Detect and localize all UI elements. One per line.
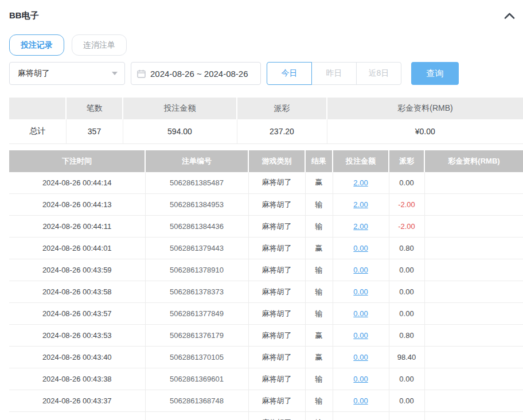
jackpot-cell: [424, 368, 523, 390]
payout-cell: 0.00: [389, 172, 424, 194]
jackpot-cell: [424, 194, 523, 216]
search-button[interactable]: 查询: [411, 62, 459, 85]
result-cell: 输: [305, 390, 333, 412]
game-type-cell: 麻将胡了: [248, 303, 305, 325]
bet-id-cell: 5062861368241: [145, 412, 248, 420]
bet-amount-link[interactable]: 0.00: [353, 375, 368, 383]
game-type-cell: 麻将胡了: [248, 194, 305, 216]
bet-time-cell: 2024-08-26 00:44:14: [9, 172, 145, 194]
bet-amount-link[interactable]: 2.00: [353, 222, 368, 231]
payout-cell: 98.40: [389, 347, 424, 368]
payout-cell: 0.80: [389, 325, 424, 347]
result-cell: 输: [305, 281, 333, 303]
tab-label: 连消注单: [83, 40, 115, 50]
record-row: 2024-08-26 00:44:135062861384953麻将胡了输2.0…: [9, 194, 523, 216]
records-header-cell: 注单编号: [145, 150, 248, 172]
summary-total-row: 总计357594.00237.20¥0.00: [9, 119, 523, 143]
bet-amount-cell: 0.00: [333, 259, 389, 281]
jackpot-cell: [424, 412, 523, 420]
bet-id-cell: 5062861379443: [145, 238, 248, 259]
tab-cancelled-bets[interactable]: 连消注单: [72, 34, 127, 56]
record-row: 2024-08-26 00:43:355062861368241麻将胡了输0.0…: [9, 412, 523, 420]
game-type-cell: 麻将胡了: [248, 325, 305, 347]
bet-amount-cell: 0.00: [333, 412, 389, 420]
records-header-cell: 彩金资料(RMB): [424, 150, 523, 172]
bet-amount-cell: 0.00: [333, 281, 389, 303]
bet-time-cell: 2024-08-26 00:43:40: [9, 347, 145, 368]
bet-amount-cell: 2.00: [333, 172, 389, 194]
summary-value-cell: 总计: [9, 119, 66, 143]
bet-id-cell: 5062861376179: [145, 325, 248, 347]
record-row: 2024-08-26 00:44:015062861379443麻将胡了赢0.0…: [9, 238, 523, 259]
bet-amount-link[interactable]: 0.00: [353, 309, 368, 318]
summary-header-cell: 派彩: [237, 98, 327, 119]
tab-bet-records[interactable]: 投注记录: [9, 34, 64, 56]
bet-amount-cell: 0.00: [333, 303, 389, 325]
game-select-value: 麻将胡了: [18, 68, 112, 79]
bet-amount-cell: 2.00: [333, 194, 389, 216]
bet-time-cell: 2024-08-26 00:43:37: [9, 390, 145, 412]
bet-amount-link[interactable]: 0.00: [353, 287, 368, 296]
bet-id-cell: 5062861378373: [145, 281, 248, 303]
record-row: 2024-08-26 00:43:375062861368748麻将胡了输0.0…: [9, 390, 523, 412]
game-type-cell: 麻将胡了: [248, 238, 305, 259]
bet-id-cell: 5062861377849: [145, 303, 248, 325]
game-type-cell: 麻将胡了: [248, 412, 305, 420]
result-cell: 输: [305, 303, 333, 325]
bet-amount-cell: 0.00: [333, 238, 389, 259]
summary-header-cell: [9, 98, 66, 119]
game-type-cell: 麻将胡了: [248, 172, 305, 194]
records-header-row: 下注时间注单编号游戏类别结果投注金额派彩彩金资料(RMB): [9, 150, 523, 172]
bet-time-cell: 2024-08-26 00:43:59: [9, 259, 145, 281]
bet-id-cell: 5062861378910: [145, 259, 248, 281]
collapse-button[interactable]: [504, 13, 515, 19]
game-select[interactable]: 麻将胡了: [9, 62, 125, 85]
summary-header-cell: 笔数: [66, 98, 123, 119]
result-cell: 赢: [305, 172, 333, 194]
payout-cell: 0.00: [389, 259, 424, 281]
page-title: BB电子: [9, 10, 39, 21]
record-row: 2024-08-26 00:43:575062861377849麻将胡了输0.0…: [9, 303, 523, 325]
bet-time-cell: 2024-08-26 00:43:57: [9, 303, 145, 325]
bet-amount-link[interactable]: 0.00: [353, 396, 368, 405]
last-8-days-button[interactable]: 近8日: [356, 62, 401, 85]
records-header-cell: 游戏类别: [248, 150, 305, 172]
result-cell: 赢: [305, 325, 333, 347]
records-header-cell: 派彩: [389, 150, 424, 172]
payout-cell: 0.00: [389, 303, 424, 325]
bet-records-panel: BB电子 投注记录 连消注单 麻将胡了: [0, 0, 523, 420]
bet-amount-link[interactable]: 2.00: [353, 178, 368, 187]
bet-amount-cell: 2.00: [333, 216, 389, 238]
payout-cell: -2.00: [389, 216, 424, 238]
bet-id-cell: 5062861385487: [145, 172, 248, 194]
records-header-cell: 结果: [305, 150, 333, 172]
bet-amount-link[interactable]: 0.00: [353, 244, 368, 252]
game-type-cell: 麻将胡了: [248, 281, 305, 303]
chevron-down-icon: [112, 72, 118, 75]
records-table: 下注时间注单编号游戏类别结果投注金额派彩彩金资料(RMB) 2024-08-26…: [9, 150, 523, 420]
bet-time-cell: 2024-08-26 00:43:58: [9, 281, 145, 303]
jackpot-cell: [424, 390, 523, 412]
summary-value-cell: 237.20: [237, 119, 327, 143]
bet-amount-link[interactable]: 0.00: [353, 353, 368, 361]
bet-time-cell: 2024-08-26 00:44:13: [9, 194, 145, 216]
yesterday-button[interactable]: 昨日: [311, 62, 357, 85]
bet-amount-link[interactable]: 2.00: [353, 200, 368, 209]
result-cell: 输: [305, 259, 333, 281]
bet-amount-link[interactable]: 0.00: [353, 331, 368, 340]
bet-time-cell: 2024-08-26 00:44:01: [9, 238, 145, 259]
date-range-input[interactable]: 2024-08-26 ~ 2024-08-26: [131, 62, 261, 85]
records-header-cell: 投注金额: [333, 150, 389, 172]
bet-id-cell: 5062861384953: [145, 194, 248, 216]
payout-cell: -2.00: [389, 194, 424, 216]
game-type-cell: 麻将胡了: [248, 368, 305, 390]
bet-amount-link[interactable]: 0.00: [353, 266, 368, 274]
game-type-cell: 麻将胡了: [248, 347, 305, 368]
result-cell: 赢: [305, 347, 333, 368]
game-type-cell: 麻将胡了: [248, 216, 305, 238]
jackpot-cell: [424, 259, 523, 281]
bet-time-cell: 2024-08-26 00:43:35: [9, 412, 145, 420]
today-button[interactable]: 今日: [267, 62, 312, 85]
payout-cell: 0.00: [389, 412, 424, 420]
panel-header: BB电子: [9, 8, 523, 23]
